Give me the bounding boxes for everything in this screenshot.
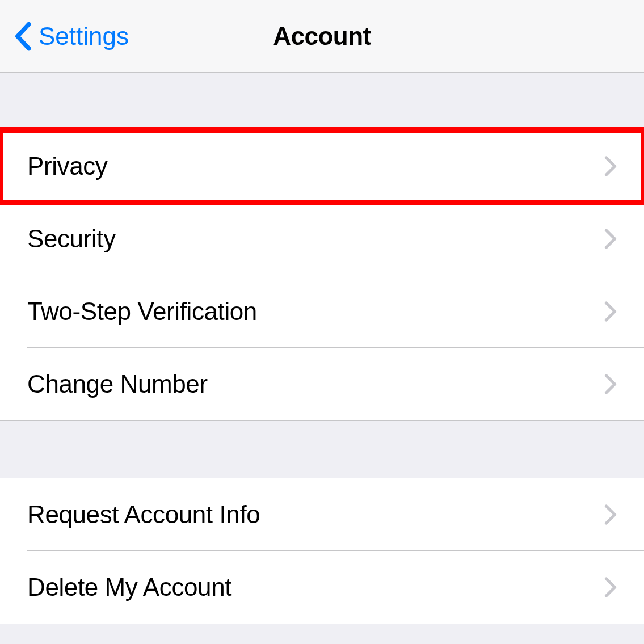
list-item-label: Privacy bbox=[27, 152, 107, 180]
list-item-change-number[interactable]: Change Number bbox=[0, 348, 644, 420]
back-label: Settings bbox=[39, 22, 129, 50]
list-item-security[interactable]: Security bbox=[0, 203, 644, 275]
back-button[interactable]: Settings bbox=[14, 0, 129, 72]
chevron-right-icon bbox=[604, 229, 617, 249]
list-item-label: Delete My Account bbox=[27, 573, 231, 601]
settings-list-section-1: Privacy Security Two-Step Verification C… bbox=[0, 129, 644, 421]
list-item-label: Change Number bbox=[27, 370, 208, 398]
section-gap bbox=[0, 421, 644, 478]
list-item-delete-my-account[interactable]: Delete My Account bbox=[0, 551, 644, 624]
chevron-right-icon bbox=[604, 301, 617, 322]
chevron-right-icon bbox=[604, 577, 617, 597]
chevron-right-icon bbox=[604, 374, 617, 394]
list-item-label: Security bbox=[27, 225, 116, 253]
chevron-left-icon bbox=[14, 22, 32, 51]
section-gap bbox=[0, 73, 644, 129]
page-title: Account bbox=[273, 22, 371, 50]
settings-list-section-2: Request Account Info Delete My Account bbox=[0, 478, 644, 624]
list-item-label: Two-Step Verification bbox=[27, 297, 257, 326]
navbar: Settings Account bbox=[0, 0, 644, 73]
list-item-privacy[interactable]: Privacy bbox=[0, 130, 644, 203]
chevron-right-icon bbox=[604, 156, 617, 176]
list-item-request-account-info[interactable]: Request Account Info bbox=[0, 478, 644, 551]
list-item-two-step-verification[interactable]: Two-Step Verification bbox=[0, 275, 644, 348]
chevron-right-icon bbox=[604, 504, 617, 525]
list-item-label: Request Account Info bbox=[27, 500, 260, 529]
